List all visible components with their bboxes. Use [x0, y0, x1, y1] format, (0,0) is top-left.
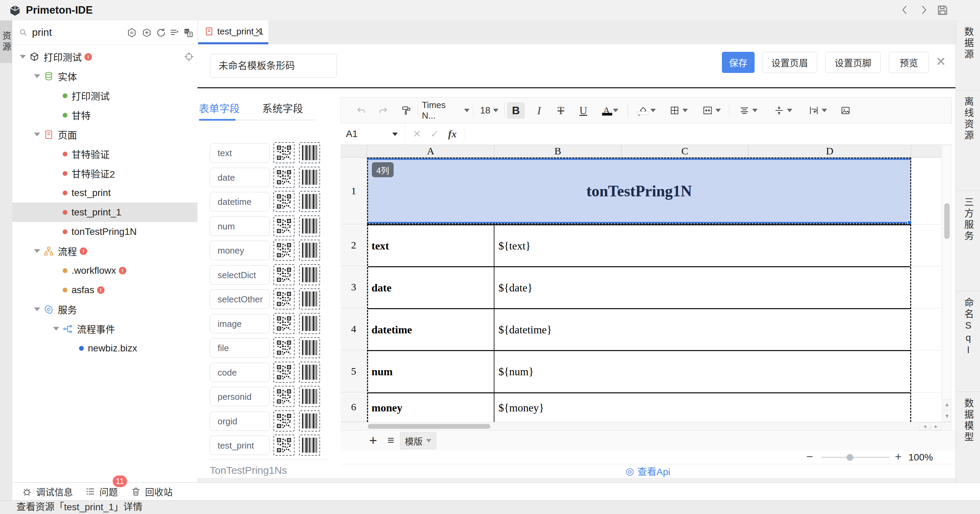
horizontal-scrollbar[interactable]: ◂ ▸	[340, 422, 952, 430]
nav-forward-icon[interactable]	[918, 4, 930, 16]
tree-item-甘特验证2[interactable]: 甘特验证2	[12, 164, 197, 183]
barcode-button-test_print[interactable]	[299, 434, 320, 456]
field-pill-datetime[interactable]: datetime	[210, 192, 270, 211]
tree-item-tontestpring1n[interactable]: tonTestPring1N	[12, 222, 197, 241]
scroll-left-icon[interactable]: ◂	[920, 422, 930, 430]
cell-value-money[interactable]: ${money}	[495, 393, 910, 422]
tree-item-流程[interactable]: 流程!	[12, 241, 197, 261]
qr-code-button-money[interactable]	[274, 239, 294, 261]
scroll-up-icon[interactable]: ▲	[943, 399, 951, 410]
redo-icon[interactable]	[375, 102, 391, 119]
field-pill-image[interactable]: image	[210, 314, 270, 334]
cell-label-text[interactable]: text	[368, 225, 495, 266]
qr-code-button-num[interactable]	[274, 215, 294, 236]
qr-code-button-file[interactable]	[274, 337, 294, 358]
tab-close-icon[interactable]: ✕	[255, 26, 262, 37]
cell-value-date[interactable]: ${date}	[495, 267, 910, 308]
vertical-align-select[interactable]	[768, 102, 799, 119]
locate-crosshair-icon[interactable]	[184, 51, 194, 62]
set-page-footer-button[interactable]: 设置页脚	[826, 52, 881, 73]
barcode-button-selectOther[interactable]	[299, 288, 320, 310]
add-sheet-icon[interactable]: +	[369, 431, 377, 450]
selected-merged-cell-a1[interactable]: tonTestPring1N	[367, 158, 911, 224]
qr-code-button-date[interactable]	[274, 167, 294, 188]
formula-confirm-icon[interactable]: ✓	[430, 123, 439, 145]
sort-list-icon[interactable]	[170, 28, 179, 37]
vertical-scrollbar[interactable]: ▲ ▼	[943, 145, 951, 422]
column-header-D[interactable]: D	[748, 145, 911, 158]
column-header-A[interactable]: A	[367, 145, 495, 158]
save-button[interactable]: 保存	[722, 52, 754, 73]
horizontal-align-select[interactable]	[733, 102, 764, 119]
sheet-tab-template[interactable]: 模版	[400, 432, 436, 449]
field-pill-code[interactable]: code	[210, 363, 270, 382]
sheet-list-icon[interactable]: ≡	[388, 431, 394, 450]
tree-item-打印测试[interactable]: 打印测试	[12, 86, 197, 105]
bottom-item-trash[interactable]: 回收站	[131, 483, 173, 500]
qr-code-button-datetime[interactable]	[274, 191, 294, 212]
barcode-button-file[interactable]	[299, 337, 320, 358]
cell-label-date[interactable]: date	[368, 267, 495, 308]
merge-cells-select[interactable]	[696, 102, 727, 119]
row-header-6[interactable]: 6	[340, 392, 367, 422]
save-file-icon[interactable]	[936, 4, 949, 16]
fill-color-select[interactable]	[632, 102, 661, 119]
tree-item-页面[interactable]: 页面	[12, 125, 197, 144]
cell-name-box[interactable]: A1	[340, 123, 405, 145]
underline-button[interactable]: U	[575, 102, 592, 119]
field-pill-selectDict[interactable]: selectDict	[210, 265, 270, 285]
qr-code-button-image[interactable]	[274, 313, 294, 334]
font-size-select[interactable]: 18	[476, 102, 502, 119]
tab-test-print-1[interactable]: test_print_1 ✕	[198, 21, 268, 44]
insert-image-button[interactable]	[836, 102, 855, 119]
cell-label-money[interactable]: money	[368, 393, 495, 422]
set-page-header-button[interactable]: 设置页眉	[762, 52, 817, 73]
nav-back-icon[interactable]	[899, 4, 911, 16]
rail-tab-数据源[interactable]: 数据源	[956, 21, 980, 90]
scroll-down-icon[interactable]: ▼	[943, 411, 951, 421]
field-pill-text[interactable]: text	[210, 143, 270, 163]
font-color-select[interactable]: A	[598, 102, 624, 119]
rail-tab-数据模型[interactable]: 数据模型	[956, 392, 980, 493]
barcode-button-text[interactable]	[299, 142, 320, 163]
column-header-B[interactable]: B	[495, 145, 621, 158]
tree-item-流程事件[interactable]: 流程事件	[12, 319, 197, 338]
tree-item-test-print-1[interactable]: test_print_1	[12, 203, 197, 222]
italic-button[interactable]: I	[531, 102, 547, 119]
cell-value-datetime[interactable]: ${datetime}	[495, 309, 910, 350]
qr-code-button-selectOther[interactable]	[274, 288, 294, 310]
text-wrap-select[interactable]	[803, 102, 833, 119]
cell-label-datetime[interactable]: datetime	[368, 309, 495, 350]
preview-button[interactable]: 预览	[889, 52, 929, 73]
barcode-button-money[interactable]	[299, 239, 320, 261]
zoom-slider-handle[interactable]	[846, 454, 853, 461]
field-pill-orgid[interactable]: orgid	[210, 412, 270, 431]
bold-button[interactable]: B	[507, 102, 525, 119]
field-pill-num[interactable]: num	[210, 216, 270, 236]
refresh-icon[interactable]	[156, 28, 165, 37]
field-pill-test_print[interactable]: test_print	[210, 436, 270, 455]
tree-item-服务[interactable]: 服务	[12, 300, 197, 319]
row-header-5[interactable]: 5	[340, 350, 367, 392]
barcode-button-num[interactable]	[299, 215, 320, 236]
format-painter-icon[interactable]	[398, 102, 414, 119]
barcode-button-image[interactable]	[299, 313, 320, 334]
field-pill-money[interactable]: money	[210, 241, 270, 260]
search-input[interactable]: print	[32, 21, 52, 44]
qr-code-button-text[interactable]	[274, 142, 294, 163]
strikethrough-button[interactable]: T	[553, 102, 569, 119]
translate-icon[interactable]: En文	[183, 28, 193, 37]
zoom-out-icon[interactable]: −	[807, 450, 813, 463]
tree-item-asfas[interactable]: asfas!	[12, 280, 197, 300]
column-header-partial[interactable]	[911, 145, 942, 158]
template-name-input[interactable]: 未命名模板条形码	[210, 54, 337, 78]
row-header-1[interactable]: 1	[340, 158, 367, 224]
bottom-item-bug[interactable]: 调试信息	[22, 483, 73, 500]
field-pill-personid[interactable]: personid	[210, 387, 270, 406]
qr-code-button-code[interactable]	[274, 362, 294, 383]
borders-select[interactable]	[664, 102, 693, 119]
cell-label-num[interactable]: num	[368, 351, 495, 392]
cell-value-num[interactable]: ${num}	[495, 351, 910, 392]
tree-item-实体[interactable]: 实体	[12, 67, 197, 86]
row-header-4[interactable]: 4	[340, 308, 367, 350]
